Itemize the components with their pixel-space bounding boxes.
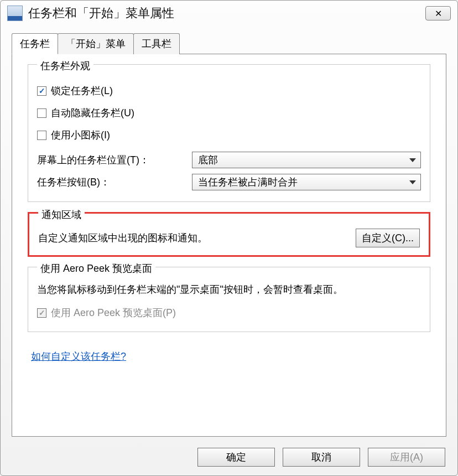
close-button[interactable]: ✕ bbox=[425, 6, 451, 20]
row-position: 屏幕上的任务栏位置(T)： 底部 bbox=[37, 152, 421, 168]
dialog-footer: 确定 取消 应用(A) bbox=[1, 441, 457, 475]
apply-button[interactable]: 应用(A) bbox=[368, 448, 445, 467]
checkbox-aero-peek bbox=[37, 308, 46, 318]
checkbox-lock-taskbar[interactable] bbox=[37, 86, 46, 96]
tab-page-taskbar: 任务栏外观 锁定任务栏(L) 自动隐藏任务栏(U) 使用小图标(I) bbox=[12, 54, 446, 437]
window-title: 任务栏和「开始」菜单属性 bbox=[28, 5, 420, 22]
group-notification-title: 通知区域 bbox=[38, 208, 85, 221]
titlebar: 任务栏和「开始」菜单属性 ✕ bbox=[1, 1, 457, 25]
group-aero-peek: 使用 Aero Peek 预览桌面 当您将鼠标移动到任务栏末端的"显示桌面"按钮… bbox=[28, 267, 430, 332]
row-auto-hide: 自动隐藏任务栏(U) bbox=[37, 102, 421, 124]
tab-taskbar[interactable]: 任务栏 bbox=[12, 33, 58, 54]
customize-button[interactable]: 自定义(C)... bbox=[356, 229, 420, 247]
properties-dialog: 任务栏和「开始」菜单属性 ✕ 任务栏 「开始」菜单 工具栏 任务栏外观 锁定任务… bbox=[0, 0, 458, 476]
label-buttons: 任务栏按钮(B)： bbox=[37, 175, 192, 189]
label-small-icons: 使用小图标(I) bbox=[51, 128, 110, 142]
row-aero-peek: 使用 Aero Peek 预览桌面(P) bbox=[37, 302, 421, 324]
group-notification-area: 通知区域 自定义通知区域中出现的图标和通知。 自定义(C)... bbox=[28, 212, 430, 257]
row-small-icons: 使用小图标(I) bbox=[37, 124, 421, 146]
content-area: 任务栏 「开始」菜单 工具栏 任务栏外观 锁定任务栏(L) 自动隐藏任务栏(U) bbox=[1, 25, 457, 441]
aero-description: 当您将鼠标移动到任务栏末端的"显示桌面"按钮时，会暂时查看桌面。 bbox=[37, 282, 421, 297]
taskbar-icon bbox=[7, 6, 23, 21]
tab-strip: 任务栏 「开始」菜单 工具栏 bbox=[12, 33, 446, 54]
select-buttons-value: 当任务栏被占满时合并 bbox=[198, 175, 298, 189]
help-link[interactable]: 如何自定义该任务栏? bbox=[31, 350, 126, 363]
tab-toolbars[interactable]: 工具栏 bbox=[133, 33, 180, 54]
row-lock-taskbar: 锁定任务栏(L) bbox=[37, 80, 421, 102]
label-lock-taskbar: 锁定任务栏(L) bbox=[51, 84, 113, 97]
checkbox-auto-hide[interactable] bbox=[37, 108, 46, 118]
label-position: 屏幕上的任务栏位置(T)： bbox=[37, 153, 192, 167]
chevron-down-icon bbox=[409, 180, 416, 184]
group-appearance: 任务栏外观 锁定任务栏(L) 自动隐藏任务栏(U) 使用小图标(I) bbox=[28, 64, 430, 202]
tab-start-menu[interactable]: 「开始」菜单 bbox=[58, 33, 134, 54]
cancel-button[interactable]: 取消 bbox=[283, 448, 360, 467]
group-appearance-title: 任务栏外观 bbox=[37, 59, 93, 73]
select-buttons[interactable]: 当任务栏被占满时合并 bbox=[192, 174, 421, 190]
ok-button[interactable]: 确定 bbox=[197, 448, 275, 467]
label-auto-hide: 自动隐藏任务栏(U) bbox=[51, 106, 134, 120]
label-aero-peek: 使用 Aero Peek 预览桌面(P) bbox=[51, 306, 176, 319]
chevron-down-icon bbox=[409, 158, 416, 162]
group-aero-title: 使用 Aero Peek 预览桌面 bbox=[37, 262, 155, 275]
select-position-value: 底部 bbox=[198, 153, 218, 167]
notification-description: 自定义通知区域中出现的图标和通知。 bbox=[38, 231, 349, 245]
select-position[interactable]: 底部 bbox=[192, 152, 421, 168]
checkbox-small-icons[interactable] bbox=[37, 131, 46, 140]
row-buttons: 任务栏按钮(B)： 当任务栏被占满时合并 bbox=[37, 174, 421, 190]
